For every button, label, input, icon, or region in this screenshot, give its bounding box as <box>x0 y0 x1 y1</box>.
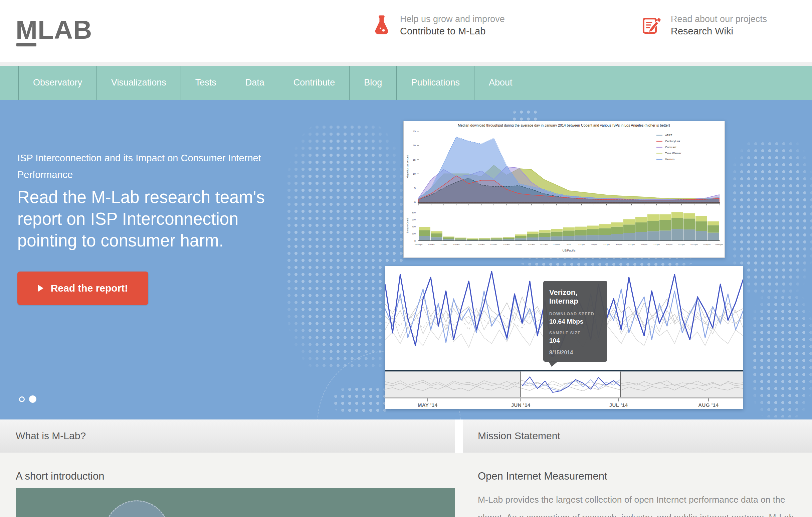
mlab-homepage: MLAB Help us grow and improve Contribute… <box>0 0 812 517</box>
svg-text:9:00pm: 9:00pm <box>678 243 685 246</box>
tooltip-download-label: DOWNLOAD SPEED <box>549 312 601 316</box>
svg-text:20: 20 <box>413 144 416 147</box>
svg-text:10:00pm: 10:00pm <box>690 243 698 246</box>
svg-text:CenturyLink: CenturyLink <box>665 140 680 143</box>
svg-text:400: 400 <box>412 225 416 228</box>
video-decoration-circle <box>104 500 169 517</box>
nav-item-blog[interactable]: Blog <box>349 66 396 100</box>
svg-text:midnight: midnight <box>415 243 423 246</box>
svg-text:7:00am: 7:00am <box>503 243 510 246</box>
svg-text:Sample Count: Sample Count <box>406 219 409 233</box>
header-link-contribute[interactable]: Help us grow and improve Contribute to M… <box>373 13 505 37</box>
read-report-button[interactable]: Read the report! <box>17 271 148 305</box>
svg-text:25: 25 <box>413 130 416 133</box>
svg-text:3:00am: 3:00am <box>453 243 459 246</box>
nav-item-data[interactable]: Data <box>231 66 279 100</box>
hero-kicker: ISP Interconnection and its Impact on Co… <box>17 150 261 183</box>
hero-carousel-slide: ISP Interconnection and its Impact on Co… <box>0 100 812 420</box>
carousel-dot-2[interactable] <box>29 396 36 403</box>
svg-text:8:00am: 8:00am <box>516 243 522 246</box>
site-header: MLAB Help us grow and improve Contribute… <box>0 0 812 62</box>
nav-item-about[interactable]: About <box>474 66 527 100</box>
svg-text:JUN '14: JUN '14 <box>511 402 530 408</box>
tooltip-isp-name: Verizon, Internap <box>549 288 601 306</box>
svg-text:Comcast: Comcast <box>665 146 676 149</box>
svg-text:4:00pm: 4:00pm <box>616 243 622 246</box>
svg-text:AT&T: AT&T <box>665 134 672 137</box>
svg-text:10: 10 <box>413 172 416 175</box>
band-title: What is M-Lab? <box>16 430 86 441</box>
svg-text:1:00am: 1:00am <box>428 243 434 246</box>
svg-text:8:00pm: 8:00pm <box>666 243 672 246</box>
timeseries-chart-panel: MAY '14JUN '14JUL '14AUG '14 Verizon, In… <box>385 266 743 409</box>
svg-text:11:00pm: 11:00pm <box>703 243 710 246</box>
carousel-dots <box>19 396 36 403</box>
throughput-chart-panel: Median download throughput during the av… <box>403 121 725 258</box>
intro-video-thumbnail[interactable] <box>16 488 455 517</box>
svg-text:5:00am: 5:00am <box>478 243 485 246</box>
mission-heading: Open Internet Measurement <box>478 470 607 482</box>
svg-text:200: 200 <box>412 232 416 235</box>
tooltip-download-value: 10.64 Mbps <box>549 318 601 325</box>
svg-text:600: 600 <box>412 219 416 221</box>
nav-item-visualizations[interactable]: Visualizations <box>96 66 181 100</box>
svg-text:noon: noon <box>567 243 571 246</box>
hero-headline: Read the M-Lab research team's report on… <box>17 186 265 252</box>
header-link-title: Help us grow and improve <box>400 13 505 25</box>
nav-item-contribute[interactable]: Contribute <box>279 66 350 100</box>
nav-item-tests[interactable]: Tests <box>181 66 231 100</box>
svg-text:3:00pm: 3:00pm <box>603 243 610 246</box>
svg-text:JUL '14: JUL '14 <box>609 402 628 408</box>
logo-letters-lab: LAB <box>38 15 92 45</box>
svg-text:2:00pm: 2:00pm <box>591 243 597 246</box>
mlab-logo[interactable]: MLAB <box>16 15 92 45</box>
header-link-subtitle: Contribute to M-Lab <box>400 25 505 37</box>
svg-text:Megabits per second: Megabits per second <box>406 155 409 178</box>
svg-text:4:00am: 4:00am <box>465 243 472 246</box>
svg-text:1:00pm: 1:00pm <box>578 243 585 246</box>
world-map-dots <box>731 140 812 294</box>
svg-text:6:00am: 6:00am <box>491 243 497 246</box>
header-divider-strip <box>0 62 812 66</box>
svg-text:Time Warner: Time Warner <box>665 152 682 155</box>
svg-text:11:00am: 11:00am <box>553 243 560 246</box>
svg-text:9:00am: 9:00am <box>528 243 534 246</box>
band-title: Mission Statement <box>478 430 560 441</box>
tooltip-date: 8/15/2014 <box>549 350 601 356</box>
carousel-dot-1[interactable] <box>19 396 25 402</box>
svg-text:Verizon: Verizon <box>665 157 675 161</box>
svg-text:0: 0 <box>414 240 416 242</box>
svg-text:5:00pm: 5:00pm <box>628 243 635 246</box>
header-link-title: Read about our projects <box>671 13 767 25</box>
svg-text:2:00am: 2:00am <box>440 243 447 246</box>
section-band-what-is-mlab: What is M-Lab? <box>0 420 455 453</box>
nav-item-observatory[interactable]: Observatory <box>18 66 96 100</box>
svg-text:15: 15 <box>413 158 416 161</box>
svg-text:AUG '14: AUG '14 <box>698 402 719 408</box>
throughput-area-chart: Median download throughput during the av… <box>404 121 725 258</box>
tooltip-sample-label: SAMPLE SIZE <box>549 331 601 335</box>
read-report-label: Read the report! <box>51 283 128 294</box>
wiki-icon <box>642 16 661 35</box>
header-link-wiki[interactable]: Read about our projects Research Wiki <box>642 13 767 37</box>
svg-text:MAY '14: MAY '14 <box>418 402 438 408</box>
main-nav: Observatory Visualizations Tests Data Co… <box>0 66 812 100</box>
tooltip-pointer <box>549 362 558 367</box>
svg-text:5: 5 <box>414 187 416 190</box>
flask-icon <box>373 15 390 36</box>
svg-text:0: 0 <box>414 201 416 204</box>
svg-text:800: 800 <box>412 211 416 214</box>
svg-text:US/Pacific: US/Pacific <box>562 249 576 252</box>
section-band-mission: Mission Statement <box>463 420 812 453</box>
svg-text:7:00pm: 7:00pm <box>653 243 660 246</box>
world-map-dots <box>751 294 812 418</box>
svg-text:10:00am: 10:00am <box>540 243 548 246</box>
svg-text:Median download throughput dur: Median download throughput during the av… <box>458 123 670 127</box>
mission-paragraph: M-Lab provides the largest collection of… <box>478 491 794 517</box>
tooltip-sample-value: 104 <box>549 337 601 344</box>
svg-text:6:00pm: 6:00pm <box>641 243 647 246</box>
nav-item-publications[interactable]: Publications <box>396 66 474 100</box>
logo-letter-m: M <box>16 15 38 45</box>
header-link-subtitle: Research Wiki <box>671 25 767 37</box>
svg-text:midnight: midnight <box>716 243 723 246</box>
